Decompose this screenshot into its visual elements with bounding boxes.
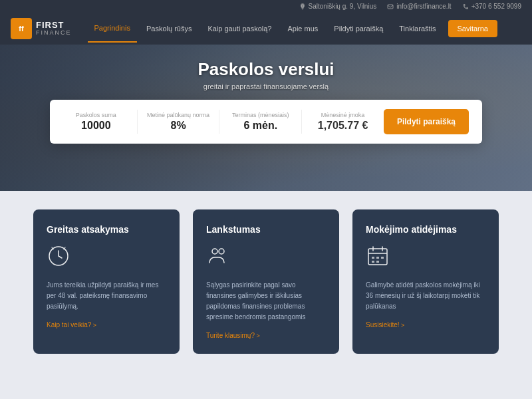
people-icon bbox=[206, 244, 230, 268]
location-icon bbox=[299, 3, 306, 10]
feature-text-2: Sąlygas pasirinkite pagal savo finansine… bbox=[206, 280, 326, 323]
calc-loan-value[interactable]: 10000 bbox=[63, 120, 129, 132]
svg-point-4 bbox=[219, 249, 224, 254]
calc-term-field: Terminas (mėnesiais) 6 mėn. bbox=[227, 112, 293, 132]
calc-divider-3 bbox=[301, 110, 302, 134]
navbar: ff FIRST finance Pagrindinis Paskolų rūš… bbox=[0, 13, 532, 45]
calc-term-label: Terminas (mėnesiais) bbox=[227, 112, 293, 118]
nav-items: Pagrindinis Paskolų rūšys Kaip gauti pas… bbox=[88, 15, 521, 43]
hero-content: Paskolos verslui greitai ir paprastai fi… bbox=[0, 45, 532, 144]
features-section: Greitas atsakymas Jums tereikia užpildyt… bbox=[0, 191, 532, 372]
calc-monthly-value: 1,705.77 € bbox=[310, 120, 376, 132]
address-item: Saltoniškių g. 9, Vilnius bbox=[299, 3, 377, 10]
feature-card-2: Lankstumas Sąlygas pasirinkite pagal sav… bbox=[193, 209, 339, 354]
svg-rect-10 bbox=[376, 261, 379, 263]
calc-rate-field: Metinė palūkanų norma 8% bbox=[146, 112, 211, 132]
nav-item-pildyti[interactable]: Pildyti paraišką bbox=[327, 15, 390, 42]
svg-rect-7 bbox=[376, 257, 379, 259]
svg-point-3 bbox=[212, 249, 217, 254]
email-text: info@firstfinance.lt bbox=[396, 3, 451, 10]
logo-icon: ff bbox=[11, 18, 32, 39]
nav-item-kaip[interactable]: Kaip gauti paskolą? bbox=[201, 15, 278, 42]
hero-title: Paskolos verslui bbox=[0, 59, 532, 80]
nav-item-paskolų[interactable]: Paskolų rūšys bbox=[140, 15, 198, 42]
calculator-box: Paskolos suma 10000 Metinė palūkanų norm… bbox=[50, 100, 482, 144]
phone-icon bbox=[462, 3, 469, 10]
hero-subtitle: greitai ir paprastai finansuojame verslą bbox=[0, 82, 532, 90]
hero-section: Paskolos verslui greitai ir paprastai fi… bbox=[0, 45, 532, 191]
top-bar: Saltoniškių g. 9, Vilnius info@firstfina… bbox=[0, 0, 532, 13]
address-text: Saltoniškių g. 9, Vilnius bbox=[309, 3, 377, 10]
savitarna-button[interactable]: Savitarna bbox=[448, 20, 497, 37]
feature-link-2[interactable]: Turite klausimų? bbox=[206, 332, 326, 339]
feature-text-3: Galimybė atidėti paskolos mokėjimą iki 3… bbox=[366, 280, 485, 312]
feature-card-1: Greitas atsakymas Jums tereikia užpildyt… bbox=[33, 209, 180, 354]
calc-monthly-label: Mėnesinė įmoka bbox=[310, 112, 376, 118]
svg-rect-8 bbox=[381, 257, 384, 259]
feature-link-1[interactable]: Kaip tai veikia? bbox=[47, 321, 166, 329]
calc-divider-2 bbox=[219, 110, 219, 134]
calc-loan-field: Paskolos suma 10000 bbox=[63, 112, 129, 132]
feature-text-1: Jums tereikia užpildyti paraišką ir mes … bbox=[47, 280, 166, 312]
phone-text: +370 6 552 9099 bbox=[471, 3, 521, 10]
phone-item: +370 6 552 9099 bbox=[462, 3, 521, 10]
calc-term-value[interactable]: 6 mėn. bbox=[227, 120, 293, 132]
clock-icon bbox=[47, 244, 70, 268]
svg-rect-1 bbox=[388, 5, 393, 9]
feature-title-2: Lankstumas bbox=[206, 224, 326, 235]
svg-rect-6 bbox=[372, 257, 374, 259]
nav-item-tinklarastis[interactable]: Tinklaraštis bbox=[392, 15, 442, 42]
svg-rect-9 bbox=[372, 261, 374, 263]
feature-card-3: Mokėjimo atidėjimas Galimybė atidėti pas… bbox=[352, 209, 499, 354]
email-icon bbox=[387, 3, 394, 10]
logo-text: FIRST finance bbox=[36, 21, 72, 37]
feature-link-3[interactable]: Susisiekite! bbox=[366, 321, 485, 329]
calc-rate-label: Metinė palūkanų norma bbox=[146, 112, 211, 118]
calc-monthly-field: Mėnesinė įmoka 1,705.77 € bbox=[310, 112, 376, 132]
nav-item-pagrindinis[interactable]: Pagrindinis bbox=[88, 15, 137, 43]
calc-submit-button[interactable]: Pildyti paraišką bbox=[384, 109, 469, 134]
logo[interactable]: ff FIRST finance bbox=[11, 18, 72, 39]
calc-loan-label: Paskolos suma bbox=[63, 112, 129, 118]
feature-title-3: Mokėjimo atidėjimas bbox=[366, 224, 485, 235]
calc-rate-value[interactable]: 8% bbox=[146, 120, 211, 132]
calc-divider-1 bbox=[137, 110, 138, 134]
email-item: info@firstfinance.lt bbox=[387, 3, 451, 10]
feature-title-1: Greitas atsakymas bbox=[47, 224, 166, 235]
logo-first: FIRST bbox=[36, 21, 72, 30]
logo-finance: finance bbox=[36, 30, 72, 37]
calendar-icon bbox=[366, 244, 390, 268]
nav-item-apie[interactable]: Apie mus bbox=[281, 15, 325, 42]
